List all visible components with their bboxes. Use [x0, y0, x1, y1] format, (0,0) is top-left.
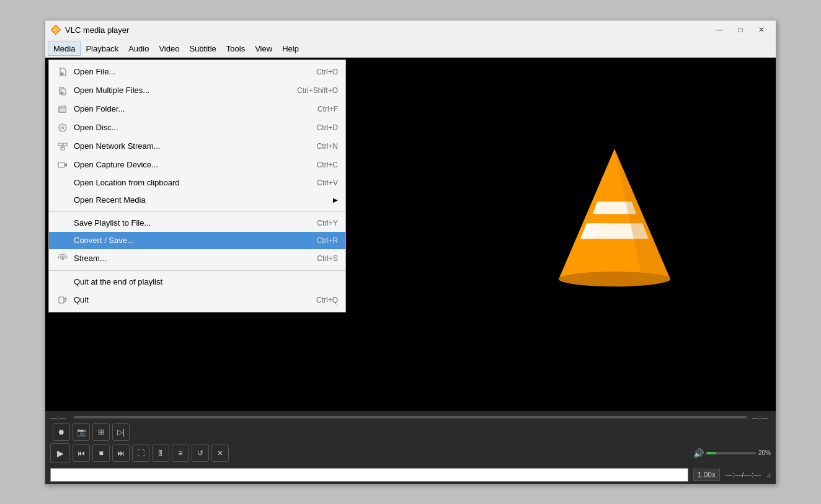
- svg-rect-13: [63, 143, 67, 146]
- loop-button[interactable]: ↺: [192, 444, 209, 462]
- svg-rect-21: [59, 297, 64, 303]
- next-button[interactable]: ⏭: [112, 444, 130, 462]
- volume-label: 20%: [758, 449, 771, 456]
- menu-video[interactable]: Video: [154, 42, 184, 55]
- menu-audio[interactable]: Audio: [123, 42, 154, 55]
- time-left: —:—: [50, 413, 69, 421]
- svg-point-11: [62, 127, 63, 128]
- volume-fill: [706, 452, 716, 454]
- ab-loop-button[interactable]: ▷|: [112, 423, 130, 441]
- fullscreen-button[interactable]: ⛶: [132, 444, 149, 462]
- menu-subtitle[interactable]: Subtitle: [184, 42, 221, 55]
- menu-open-network[interactable]: Open Network Stream... Ctrl+N: [49, 137, 345, 156]
- playback-rate: 1.00x: [693, 469, 720, 481]
- open-capture-label: Open Capture Device...: [74, 160, 304, 169]
- quit-shortcut: Ctrl+Q: [316, 296, 338, 304]
- open-multiple-icon: [56, 84, 69, 97]
- open-folder-icon: [56, 103, 69, 115]
- menu-tools[interactable]: Tools: [221, 42, 250, 55]
- open-folder-label: Open Folder...: [74, 104, 305, 113]
- shuffle-button[interactable]: ✕: [211, 444, 229, 462]
- stream-label: Stream...: [74, 254, 304, 263]
- menu-quit-playlist[interactable]: Quit at the end of playlist: [49, 273, 345, 291]
- menu-convert-save[interactable]: Convert / Save... Ctrl+R: [49, 232, 345, 249]
- svg-point-28: [559, 272, 670, 286]
- svg-rect-14: [61, 148, 64, 150]
- menu-quit[interactable]: Quit Ctrl+Q: [49, 291, 345, 309]
- svg-point-20: [61, 257, 64, 260]
- open-network-label: Open Network Stream...: [74, 141, 304, 151]
- menu-open-folder[interactable]: Open Folder... Ctrl+F: [49, 100, 345, 118]
- menu-bar: Media Open File... Ctrl+O: [45, 40, 776, 58]
- frame-by-frame-button[interactable]: ⊞: [92, 423, 110, 441]
- convert-save-shortcut: Ctrl+R: [317, 236, 338, 245]
- open-location-label: Open Location from clipboard: [74, 178, 304, 187]
- menu-open-recent[interactable]: Open Recent Media ▶: [49, 192, 345, 209]
- volume-slider[interactable]: [706, 452, 756, 454]
- menu-stream[interactable]: Stream... Ctrl+S: [49, 249, 345, 268]
- menu-open-location[interactable]: Open Location from clipboard Ctrl+V: [49, 174, 345, 192]
- vlc-cone: [553, 136, 677, 299]
- progress-container: —:— —:—: [50, 413, 771, 421]
- resize-handle[interactable]: ◢: [766, 471, 771, 478]
- separator-1: [49, 211, 345, 212]
- menu-open-capture[interactable]: Open Capture Device... Ctrl+C: [49, 156, 345, 174]
- menu-open-file[interactable]: Open File... Ctrl+O: [49, 63, 345, 81]
- menu-playback[interactable]: Playback: [81, 42, 123, 55]
- open-folder-shortcut: Ctrl+F: [317, 105, 338, 113]
- close-button[interactable]: ✕: [752, 23, 771, 37]
- bottom-bar: 1.00x —:—/—:— ◢: [45, 466, 776, 484]
- quit-icon: [56, 294, 69, 306]
- menu-open-multiple[interactable]: Open Multiple Files... Ctrl+Shift+O: [49, 81, 345, 100]
- time-right: —:—: [752, 413, 771, 421]
- quit-label: Quit: [74, 295, 304, 304]
- play-button[interactable]: ▶: [50, 443, 70, 463]
- main-window: VLC media player — □ ✕ Media: [45, 20, 776, 485]
- open-network-icon: [56, 140, 69, 153]
- open-disc-label: Open Disc...: [74, 123, 304, 132]
- open-capture-shortcut: Ctrl+C: [317, 161, 338, 169]
- window-title: VLC media player: [65, 25, 710, 35]
- open-file-shortcut: Ctrl+O: [316, 68, 338, 76]
- open-disc-icon: [56, 122, 69, 134]
- record-button[interactable]: ⏺: [53, 423, 70, 441]
- snapshot-button[interactable]: 📷: [73, 423, 90, 441]
- open-recent-arrow: ▶: [333, 197, 338, 203]
- open-multiple-label: Open Multiple Files...: [74, 86, 285, 95]
- save-playlist-label: Save Playlist to File...: [74, 218, 304, 228]
- open-multiple-shortcut: Ctrl+Shift+O: [297, 86, 338, 95]
- open-disc-shortcut: Ctrl+D: [317, 123, 338, 132]
- progress-track[interactable]: [74, 416, 747, 418]
- separator-2: [49, 270, 345, 271]
- prev-button[interactable]: ⏮: [73, 444, 90, 462]
- svg-marker-5: [61, 72, 64, 76]
- stop-button[interactable]: ■: [92, 444, 110, 462]
- controls-area: —:— —:— ⏺ 📷 ⊞ ▷| ▶ ⏮ ■ ⏭ ⛶ 🎚 ≡ ↺: [45, 411, 776, 466]
- control-row1: ⏺ 📷 ⊞ ▷|: [50, 423, 771, 441]
- menu-open-disc[interactable]: Open Disc... Ctrl+D: [49, 118, 345, 137]
- svg-rect-12: [58, 143, 62, 146]
- menu-view[interactable]: View: [250, 42, 277, 55]
- menu-save-playlist[interactable]: Save Playlist to File... Ctrl+Y: [49, 214, 345, 232]
- control-row2: ▶ ⏮ ■ ⏭ ⛶ 🎚 ≡ ↺ ✕ 🔊 20%: [50, 443, 771, 463]
- open-network-shortcut: Ctrl+N: [317, 142, 338, 151]
- menu-help[interactable]: Help: [277, 42, 304, 55]
- app-icon: [50, 24, 61, 35]
- stream-icon: [56, 252, 69, 265]
- title-bar: VLC media player — □ ✕: [45, 20, 776, 40]
- search-input[interactable]: [50, 468, 688, 482]
- convert-save-label: Convert / Save...: [74, 236, 304, 245]
- menu-media[interactable]: Media Open File... Ctrl+O: [48, 42, 81, 56]
- minimize-button[interactable]: —: [710, 23, 729, 37]
- extended-button[interactable]: 🎚: [152, 444, 169, 462]
- maximize-button[interactable]: □: [731, 23, 750, 37]
- save-playlist-shortcut: Ctrl+Y: [317, 219, 338, 228]
- open-recent-label: Open Recent Media: [74, 195, 328, 205]
- playlist-button[interactable]: ≡: [172, 444, 189, 462]
- open-location-shortcut: Ctrl+V: [317, 179, 338, 187]
- quit-playlist-label: Quit at the end of playlist: [74, 277, 338, 286]
- open-capture-icon: [56, 159, 69, 171]
- stream-shortcut: Ctrl+S: [317, 254, 338, 263]
- open-file-label: Open File...: [74, 67, 304, 76]
- window-controls: — □ ✕: [710, 23, 771, 37]
